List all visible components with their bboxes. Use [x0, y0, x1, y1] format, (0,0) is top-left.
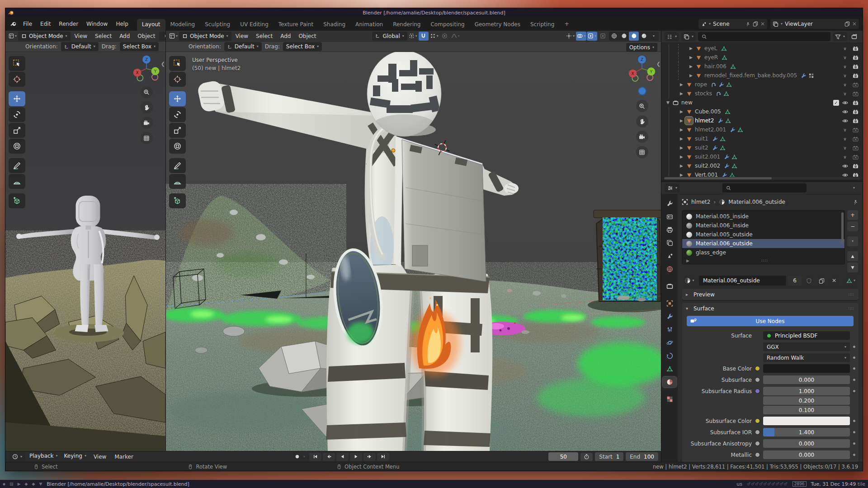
panel-grip[interactable]: ∷∷: [849, 292, 854, 297]
mode-dropdown[interactable]: Object Mode▾: [179, 32, 231, 41]
hide-eye-toggle[interactable]: ∨: [840, 145, 849, 150]
taskbar-tile-icon[interactable]: ▶: [18, 482, 21, 486]
outliner-row[interactable]: ▶Cube.005: [661, 107, 863, 116]
expander-icon[interactable]: ▶: [678, 145, 685, 150]
timeline-menu-keying[interactable]: Keying▾: [61, 451, 90, 460]
node-socket-dot[interactable]: [755, 418, 760, 423]
properties-tab-object[interactable]: [662, 298, 677, 309]
properties-tab-output[interactable]: [662, 224, 677, 235]
properties-tab-view-layer[interactable]: [662, 237, 677, 249]
add-workspace-button[interactable]: +: [559, 18, 574, 30]
hide-eye-toggle[interactable]: ∨: [840, 55, 849, 60]
decorator-dot[interactable]: [853, 357, 855, 359]
frame-end-field[interactable]: End100: [626, 452, 658, 461]
render-camera-toggle[interactable]: [851, 127, 860, 133]
hide-eye-toggle[interactable]: ∨: [840, 46, 849, 51]
breadcrumb-material[interactable]: Material.006_outside: [728, 199, 785, 205]
pin-icon[interactable]: [745, 22, 750, 27]
tab-modeling[interactable]: Modeling: [165, 19, 200, 31]
show-overlays-dropdown[interactable]: ▾: [576, 32, 586, 41]
tool-scale-button[interactable]: [169, 123, 186, 138]
properties-options-chevron[interactable]: ▾: [849, 183, 859, 192]
render-camera-toggle[interactable]: [851, 55, 860, 61]
viewlayer-selector[interactable]: ▾ ViewLayer ✕: [770, 19, 859, 29]
tool-cursor-button[interactable]: [9, 72, 25, 87]
object-name[interactable]: suit1: [695, 136, 708, 142]
tool-rotate-button[interactable]: [9, 107, 25, 122]
taskbar-tile-icon[interactable]: ◆: [25, 482, 28, 486]
decorator-dot[interactable]: [853, 346, 855, 348]
xray-toggle[interactable]: [598, 32, 608, 41]
taskbar-workspace-icons[interactable]: ▪▤▶◆◆▼: [3, 482, 42, 486]
properties-tab-constraints[interactable]: [662, 350, 677, 361]
pin-id-icon[interactable]: [853, 199, 859, 205]
slot-scrollbar[interactable]: [841, 212, 844, 244]
color-swatch-field[interactable]: [763, 417, 850, 425]
menu-edit[interactable]: Edit: [36, 19, 55, 29]
next-keyframe-button[interactable]: [363, 453, 376, 461]
expander-icon[interactable]: ▶: [678, 91, 685, 96]
value-field[interactable]: 0.000: [763, 439, 850, 448]
hide-eye-toggle[interactable]: [840, 163, 849, 169]
decorator-dot[interactable]: [853, 379, 855, 381]
expand-icon[interactable]: ▶: [686, 258, 689, 263]
expander-icon[interactable]: ▶: [678, 82, 685, 87]
proportional-falloff-dropdown[interactable]: ▾: [450, 32, 461, 41]
tool-select-box-button[interactable]: [9, 56, 25, 71]
list-resize-grip[interactable]: ∷∷: [761, 258, 768, 263]
transform-orientation-dropdown[interactable]: Glob: [159, 32, 165, 41]
viewport-main-canvas[interactable]: User Perspective (50) new | hlmet2 Z X: [166, 52, 661, 451]
play-reverse-button[interactable]: [336, 453, 349, 461]
vector-component-field[interactable]: 0.200: [763, 396, 850, 405]
value-field[interactable]: 0.000: [763, 375, 850, 384]
tab-rendering[interactable]: Rendering: [388, 19, 425, 31]
tool-select-box-button[interactable]: [169, 56, 186, 71]
region-toggle-chevron[interactable]: ❮: [656, 61, 660, 67]
distribution-dropdown[interactable]: GGX▾: [763, 343, 850, 351]
transform-orientation-dropdown[interactable]: Global▾: [372, 32, 407, 41]
menu-help[interactable]: Help: [112, 19, 132, 29]
object-name[interactable]: Cube.005: [695, 108, 721, 115]
tool-cursor-button[interactable]: [169, 72, 186, 87]
properties-tab-particles[interactable]: [662, 324, 677, 335]
new-collection-button[interactable]: [849, 32, 859, 41]
remove-viewlayer-icon[interactable]: ✕: [852, 21, 857, 27]
outliner-row[interactable]: ▶suit2.001∨: [661, 152, 863, 161]
menu-render[interactable]: Render: [55, 19, 82, 29]
main-nav-gizmo[interactable]: Z X Y: [627, 55, 657, 158]
slot-specials-chevron[interactable]: ▾: [847, 236, 858, 246]
tool-transform-button[interactable]: [9, 139, 25, 154]
object-name[interactable]: hlmet2.001: [695, 127, 726, 133]
object-name[interactable]: suit2.002: [695, 163, 720, 169]
auto-keying-record-icon[interactable]: [292, 452, 302, 461]
camera-view-icon[interactable]: [636, 131, 648, 143]
viewport-menu-select[interactable]: Select: [252, 31, 276, 42]
expander-icon[interactable]: ▶: [678, 109, 685, 114]
orientation-dropdown[interactable]: Default▾: [61, 42, 99, 51]
outliner-row[interactable]: ▶rope∨: [661, 80, 863, 89]
expander-icon[interactable]: ▶: [678, 173, 685, 177]
scene-selector[interactable]: ▾ Scene ✕: [698, 19, 767, 29]
render-camera-toggle[interactable]: [851, 145, 860, 151]
zoom-icon[interactable]: [141, 86, 153, 98]
shading-rendered-button[interactable]: [639, 32, 649, 41]
tab-sculpting[interactable]: Sculpting: [200, 19, 235, 31]
taskbar-tile-icon[interactable]: ▤: [9, 482, 14, 486]
render-camera-toggle[interactable]: [851, 136, 860, 142]
outliner-row[interactable]: ▶hlmet2.001∨: [661, 125, 863, 134]
shading-material-preview-button[interactable]: [629, 32, 639, 41]
object-name[interactable]: Vert.001: [695, 172, 718, 177]
breadcrumb-object[interactable]: hlmet2: [691, 199, 710, 205]
viewport-menu-object[interactable]: Object: [295, 31, 320, 42]
viewport-menu-select[interactable]: Select: [91, 31, 115, 42]
render-camera-toggle[interactable]: [851, 73, 860, 79]
viewport-secondary-canvas[interactable]: Z X Y ❮: [5, 52, 165, 451]
node-socket-dot[interactable]: [755, 441, 760, 446]
keyboard-layout-indicator[interactable]: us: [736, 481, 742, 487]
node-socket-dot[interactable]: [755, 366, 760, 371]
pan-hand-icon[interactable]: [636, 115, 648, 127]
jump-to-start-button[interactable]: [309, 453, 321, 461]
expander-icon[interactable]: ▶: [688, 64, 694, 69]
hide-eye-toggle[interactable]: [840, 172, 849, 177]
shading-options-chevron[interactable]: ▾: [649, 32, 659, 41]
